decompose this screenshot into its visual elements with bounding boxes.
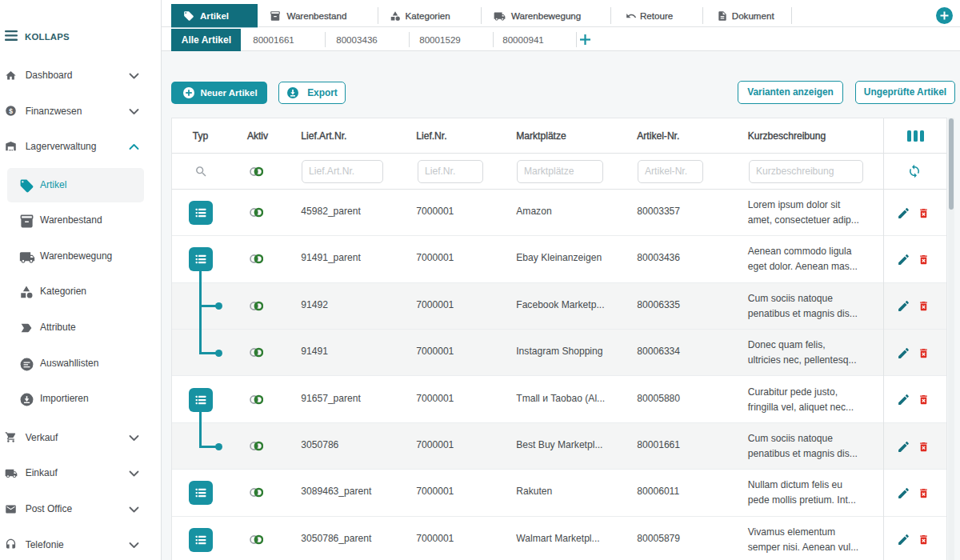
svg-text:$: $ (9, 107, 13, 115)
